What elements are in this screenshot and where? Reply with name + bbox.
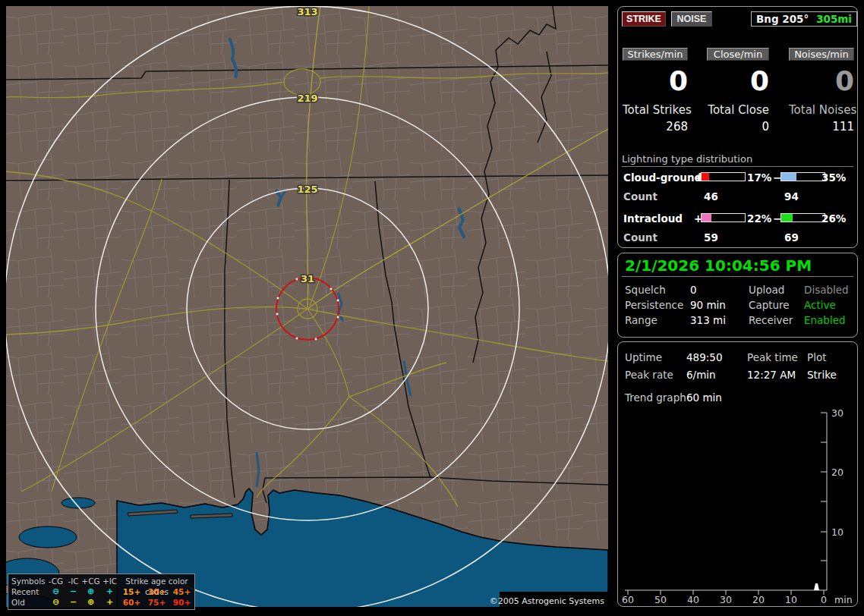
age-30: 30+: [144, 586, 169, 597]
plot-value: Strike: [807, 369, 837, 381]
ic-positive-percent: 22%: [747, 212, 771, 225]
circle-plus-icon: ⊕: [81, 586, 100, 597]
total-noises-value: 111: [789, 120, 854, 134]
trend-tick-labels: 30 20 10 60 50 40 30 20 10 0 min: [622, 407, 853, 605]
range-value: 313 mi: [690, 314, 726, 326]
cloud-ground-count-row: Count 46 94: [618, 190, 857, 203]
map-canvas[interactable]: 313 219 125 31 ©2005 Astrogenic Systems: [6, 6, 608, 610]
ring-label-31: 31: [301, 273, 314, 284]
total-noises-label: Total Noises: [789, 103, 854, 117]
circle-minus-icon: ⊖: [46, 586, 65, 597]
svg-text:10: 10: [831, 526, 844, 538]
legend-old-label: Old: [11, 597, 46, 608]
svg-text:0: 0: [821, 594, 827, 605]
svg-text:30: 30: [831, 407, 844, 419]
trend-graph-value: 60 min: [686, 391, 722, 404]
receiver-status: Enabled: [804, 314, 846, 326]
strike-button[interactable]: STRIKE: [622, 11, 666, 27]
upload-status: Disabled: [804, 284, 849, 296]
svg-text:10: 10: [785, 594, 797, 605]
peak-rate-row: Peak rate 6/min 12:27 AM Strike: [618, 369, 857, 382]
legend-old-row: Old ⊖ − ⊕ + 60+ 75+ 90+: [11, 597, 191, 608]
trend-graph: 30 20 10 60 50 40 30 20 10 0 min: [618, 407, 857, 605]
persistence-row: Persistence 90 min Capture Active: [618, 299, 857, 313]
plus-icon: +: [100, 586, 119, 597]
total-strikes-value: 268: [623, 120, 688, 134]
total-close-label: Total Close: [707, 103, 769, 117]
radar-map[interactable]: 313 219 125 31 ©2005 Astrogenic Systems …: [6, 6, 608, 610]
svg-text:30: 30: [720, 594, 732, 605]
ic-negative-bar: [780, 213, 825, 222]
cloud-ground-row: Cloud-ground + 17% − 35%: [618, 171, 857, 184]
trend-spike: [814, 583, 819, 590]
trend-panel: Uptime 489:50 Peak time Plot Peak rate 6…: [617, 341, 858, 607]
cg-positive-bar: [701, 172, 746, 181]
age-45: 45+: [169, 586, 194, 597]
separator: [622, 276, 853, 277]
copyright-text: ©2005 Astrogenic Systems: [490, 596, 604, 606]
intracloud-count-row: Count 59 69: [618, 231, 857, 244]
bearing-label: Bng 205°: [756, 12, 809, 26]
close-per-min-button[interactable]: Close/min: [707, 48, 769, 61]
minus-icon: −: [65, 597, 81, 608]
strike-stats-panel: STRIKE NOISE Bng 205° 305mi Strikes/min …: [617, 6, 858, 248]
strikes-per-min-button[interactable]: Strikes/min: [623, 48, 688, 61]
cg-positive-count: 46: [704, 190, 718, 203]
peak-time-label: Peak time: [747, 351, 798, 363]
noise-button[interactable]: NOISE: [671, 11, 712, 27]
age-60: 60+: [119, 597, 144, 608]
circle-minus-icon: ⊖: [46, 597, 65, 608]
squelch-value: 0: [690, 284, 697, 296]
map-legend: Symbols -CG -IC +CG +IC Strike age color…: [8, 574, 195, 610]
squelch-row: Squelch 0 Upload Disabled: [618, 284, 857, 297]
peak-rate-label: Peak rate: [625, 369, 673, 381]
close-per-min-value: 0: [707, 67, 769, 96]
persistence-label: Persistence: [625, 299, 683, 311]
trend-graph-row: Trend graph 60 min: [618, 391, 857, 405]
cg-negative-percent: 35%: [821, 171, 846, 184]
legend-recent-row: Recent ⊖ − ⊕ + 15+ 30+ 45+: [11, 586, 191, 597]
distribution-title: Lightning type distribution: [622, 153, 853, 167]
uptime-label: Uptime: [625, 351, 662, 363]
uptime-row: Uptime 489:50 Peak time Plot: [618, 351, 857, 365]
total-close-value: 0: [707, 120, 769, 134]
uptime-value: 489:50: [686, 351, 723, 363]
status-panel: 2/1/2026 10:04:56 PM Squelch 0 Upload Di…: [617, 253, 858, 338]
age-90: 90+: [169, 597, 194, 608]
ic-positive-bar-fill: [702, 214, 711, 222]
capture-status: Active: [804, 299, 836, 311]
bearing-range: 305mi: [816, 12, 852, 26]
bearing-display: Bng 205° 305mi: [751, 11, 857, 27]
ring-label-219: 219: [297, 93, 317, 104]
range-label: Range: [625, 314, 657, 326]
intracloud-label: Intracloud: [623, 212, 683, 225]
ic-negative-bar-fill: [781, 214, 793, 222]
plot-label: Plot: [807, 351, 826, 363]
cloud-ground-label: Cloud-ground: [623, 171, 702, 184]
ring-label-313: 313: [297, 6, 317, 17]
cg-negative-count: 94: [784, 190, 799, 203]
noises-per-min-button[interactable]: Noises/min: [789, 48, 854, 61]
noises-per-min-value: 0: [789, 67, 854, 96]
count-label: Count: [623, 231, 657, 244]
peak-rate-value: 6/min: [686, 369, 716, 381]
ring-label-125: 125: [297, 184, 317, 195]
persistence-value: 90 min: [690, 299, 726, 311]
plus-icon: +: [100, 597, 119, 608]
close-counter-column: Close/min 0 Total Close 0: [707, 48, 769, 131]
upload-label: Upload: [749, 284, 784, 296]
svg-text:60: 60: [622, 594, 634, 605]
count-label: Count: [623, 190, 657, 203]
total-strikes-label: Total Strikes: [623, 103, 688, 117]
svg-text:50: 50: [654, 594, 667, 605]
svg-text:20: 20: [752, 594, 765, 605]
range-row: Range 313 mi Receiver Enabled: [618, 314, 857, 328]
ic-positive-bar: [701, 213, 746, 222]
noises-counter-column: Noises/min 0 Total Noises 111: [789, 48, 854, 131]
svg-text:20: 20: [831, 467, 844, 478]
strikes-per-min-value: 0: [623, 67, 688, 96]
peak-time-value: 12:27 AM: [747, 369, 796, 381]
age-75: 75+: [144, 597, 169, 608]
ic-negative-count: 69: [784, 231, 799, 244]
svg-text:40: 40: [687, 594, 699, 605]
